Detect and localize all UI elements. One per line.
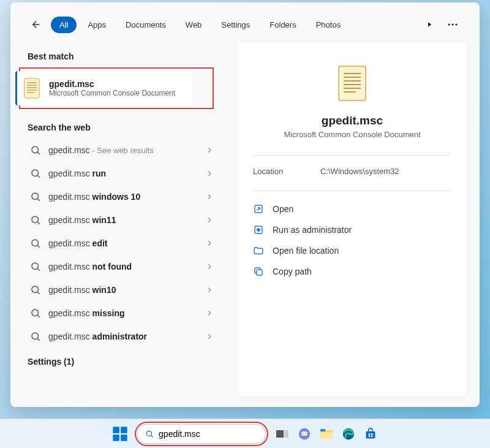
- web-result-item[interactable]: gpedit.msc windows 10: [28, 185, 216, 208]
- web-result-item[interactable]: gpedit.msc not found: [28, 255, 216, 278]
- svg-rect-46: [371, 435, 373, 437]
- document-scroll-icon-large: [336, 64, 368, 103]
- tab-photos[interactable]: Photos: [307, 17, 349, 33]
- search-icon: [30, 261, 41, 272]
- store-button[interactable]: [363, 426, 379, 442]
- web-result-text: gpedit.msc run: [48, 169, 198, 178]
- edge-button[interactable]: [341, 426, 356, 442]
- search-results-panel: All Apps Documents Web Settings Folders …: [10, 2, 480, 407]
- chevron-right-icon: [205, 146, 214, 154]
- location-value: C:\Windows\system32: [320, 167, 399, 176]
- svg-point-32: [146, 431, 151, 436]
- svg-rect-30: [113, 435, 119, 441]
- chat-button[interactable]: [296, 426, 312, 442]
- svg-rect-18: [339, 66, 366, 101]
- web-result-item[interactable]: gpedit.msc administrator: [28, 325, 216, 348]
- back-button[interactable]: [28, 16, 45, 33]
- store-icon: [364, 428, 377, 440]
- highlight-annotation-box: gpedit.msc Microsoft Common Console Docu…: [19, 67, 214, 109]
- preview-subtitle: Microsoft Common Console Document: [284, 130, 420, 139]
- search-icon: [145, 429, 154, 439]
- web-result-item[interactable]: gpedit.msc run: [28, 162, 216, 185]
- task-view-icon: [276, 429, 288, 439]
- web-result-item[interactable]: gpedit.msc edit: [28, 232, 216, 255]
- best-match-header: Best match: [28, 51, 231, 61]
- folder-icon: [320, 428, 333, 439]
- svg-point-10: [32, 170, 39, 177]
- web-result-text: gpedit.msc edit: [48, 238, 198, 248]
- svg-point-11: [32, 193, 39, 200]
- svg-point-16: [32, 309, 39, 316]
- svg-point-12: [32, 216, 39, 223]
- action-open-location[interactable]: Open file location: [253, 240, 451, 261]
- action-copy-path-label: Copy path: [273, 267, 312, 276]
- svg-point-9: [32, 146, 39, 153]
- web-results-list: gpedit.msc - See web results gpedit.msc …: [28, 139, 216, 348]
- taskbar-search-box[interactable]: [137, 424, 266, 444]
- open-icon: [253, 203, 264, 215]
- svg-rect-45: [369, 435, 371, 437]
- settings-results-header[interactable]: Settings (1): [28, 348, 231, 375]
- tab-documents[interactable]: Documents: [117, 17, 175, 33]
- preview-divider-2: [253, 191, 451, 191]
- taskbar: [0, 419, 490, 448]
- best-match-result[interactable]: gpedit.msc Microsoft Common Console Docu…: [15, 71, 192, 105]
- tab-apps[interactable]: Apps: [79, 17, 115, 33]
- task-view-button[interactable]: [274, 426, 290, 442]
- search-icon: [30, 331, 41, 342]
- action-copy-path[interactable]: Copy path: [253, 261, 451, 282]
- web-result-text: gpedit.msc missing: [48, 308, 198, 318]
- chevron-right-icon: [205, 216, 214, 224]
- tab-settings[interactable]: Settings: [213, 17, 258, 33]
- search-icon: [30, 284, 41, 295]
- search-icon: [30, 238, 41, 249]
- copy-icon: [253, 266, 264, 277]
- web-result-item[interactable]: gpedit.msc missing: [28, 302, 216, 325]
- taskbar-search-highlight: [135, 422, 268, 446]
- arrow-left-icon: [31, 19, 42, 30]
- results-columns: Best match gpedit.msc Microsoft Common C…: [10, 43, 480, 407]
- tab-all[interactable]: All: [51, 17, 77, 33]
- results-list-column: Best match gpedit.msc Microsoft Common C…: [10, 43, 231, 407]
- svg-point-1: [451, 23, 453, 25]
- folder-icon: [253, 245, 264, 256]
- location-row: Location C:\Windows\system32: [253, 167, 451, 176]
- chat-icon: [298, 427, 311, 441]
- action-run-admin-label: Run as administrator: [273, 225, 352, 235]
- search-icon: [30, 168, 41, 179]
- web-result-item[interactable]: gpedit.msc win11: [28, 208, 216, 232]
- svg-rect-42: [366, 431, 375, 438]
- web-result-text: gpedit.msc windows 10: [48, 192, 198, 202]
- chevron-right-icon: [205, 239, 214, 248]
- svg-rect-36: [301, 431, 307, 435]
- web-result-text: gpedit.msc - See web results: [48, 145, 198, 155]
- preview-divider: [253, 155, 451, 156]
- chevron-right-icon: [205, 192, 214, 201]
- svg-point-2: [455, 23, 457, 25]
- svg-rect-43: [369, 433, 371, 435]
- more-options-button[interactable]: [447, 18, 459, 31]
- taskbar-search-input[interactable]: [159, 429, 258, 439]
- svg-rect-44: [371, 433, 373, 435]
- svg-rect-40: [320, 429, 325, 431]
- web-result-item[interactable]: gpedit.msc win10: [28, 278, 216, 302]
- svg-rect-39: [320, 432, 333, 439]
- tab-web[interactable]: Web: [177, 17, 211, 33]
- action-open[interactable]: Open: [253, 199, 451, 219]
- svg-rect-29: [121, 427, 127, 433]
- search-web-header: Search the web: [28, 123, 231, 132]
- ellipsis-icon: [448, 23, 458, 26]
- web-result-item[interactable]: gpedit.msc - See web results: [28, 139, 216, 162]
- play-icon[interactable]: [423, 18, 435, 31]
- svg-rect-28: [113, 427, 119, 433]
- tab-folders[interactable]: Folders: [261, 17, 304, 33]
- search-icon: [30, 215, 41, 226]
- search-icon: [30, 191, 41, 202]
- search-icon: [30, 145, 41, 156]
- best-match-title: gpedit.msc: [49, 79, 175, 89]
- action-run-admin[interactable]: Run as administrator: [253, 219, 451, 240]
- svg-point-13: [32, 240, 39, 246]
- start-button[interactable]: [111, 425, 129, 442]
- chevron-right-icon: [205, 262, 214, 271]
- file-explorer-button[interactable]: [318, 426, 334, 442]
